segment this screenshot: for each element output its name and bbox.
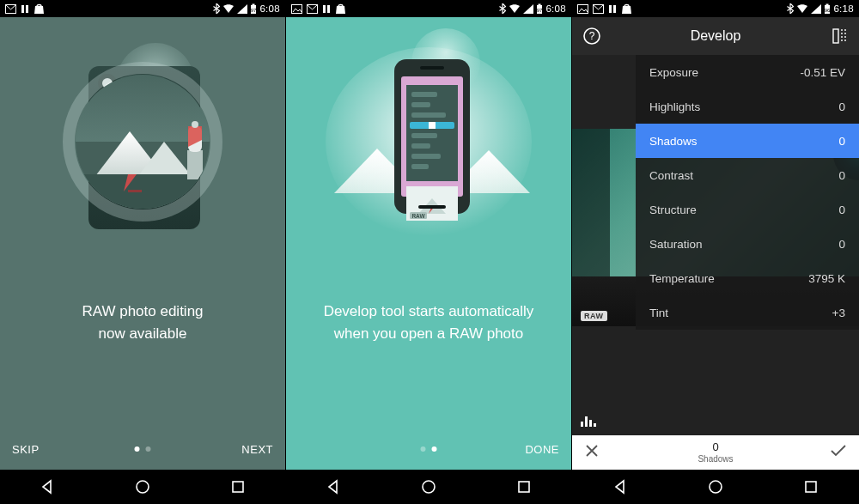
page-indicator: [421, 446, 437, 452]
param-shadows[interactable]: Shadows0: [636, 124, 859, 158]
param-tint[interactable]: Tint+3: [636, 295, 859, 330]
svg-text:96: 96: [825, 8, 831, 13]
svg-point-68: [710, 481, 722, 493]
android-navbar: [0, 470, 285, 504]
status-clock: 6:08: [259, 3, 280, 14]
apply-button[interactable]: [830, 444, 847, 461]
compare-icon[interactable]: [830, 27, 849, 46]
page-dot: [432, 446, 437, 452]
svg-text:RAW: RAW: [411, 213, 425, 219]
develop-panel: Exposure-0.51 EV Highlights0 Shadows0 Co…: [636, 55, 859, 330]
nav-home-button[interactable]: [694, 470, 737, 504]
mail-icon: [593, 4, 604, 14]
svg-rect-67: [594, 423, 596, 427]
onboarding-footer: DONE: [286, 428, 571, 470]
nav-recent-button[interactable]: [789, 470, 832, 504]
image-icon: [291, 4, 302, 14]
nav-recent-button[interactable]: [216, 470, 259, 504]
nav-back-button[interactable]: [312, 470, 355, 504]
store-icon: [34, 3, 45, 14]
caption-line: Develop tool starts automatically: [286, 301, 571, 323]
svg-rect-17: [128, 190, 142, 192]
bottom-bar: 0 Shadows: [572, 435, 859, 470]
svg-rect-41: [411, 164, 429, 169]
svg-rect-55: [613, 5, 616, 13]
bluetooth-icon: [499, 3, 506, 14]
android-navbar: [286, 470, 571, 504]
battery-icon: 96: [824, 3, 831, 14]
current-param: 0 Shadows: [698, 441, 733, 463]
next-button[interactable]: NEXT: [241, 443, 273, 456]
param-temperature[interactable]: Temperature3795 K: [636, 261, 859, 295]
svg-rect-37: [411, 112, 446, 118]
nav-home-button[interactable]: [121, 470, 164, 504]
help-icon[interactable]: ?: [582, 27, 601, 46]
svg-rect-65: [585, 416, 588, 427]
battery-icon: 97: [536, 3, 543, 14]
bluetooth-icon: [787, 3, 794, 14]
svg-point-20: [192, 121, 198, 128]
svg-rect-69: [806, 482, 816, 492]
svg-rect-26: [327, 5, 330, 13]
bluetooth-icon: [213, 3, 220, 14]
android-navbar: [572, 470, 859, 504]
svg-rect-40: [411, 154, 441, 159]
svg-rect-28: [539, 4, 541, 6]
done-button[interactable]: DONE: [525, 443, 559, 456]
signal-icon: [811, 4, 821, 14]
page-indicator: [135, 446, 151, 452]
nav-recent-button[interactable]: [503, 470, 545, 504]
current-label: Shadows: [698, 454, 733, 464]
wifi-icon: [796, 4, 808, 14]
nav-back-button[interactable]: [599, 470, 642, 504]
onboarding-screen-1: 97 6:08: [0, 0, 286, 504]
svg-rect-39: [411, 143, 430, 149]
param-exposure[interactable]: Exposure-0.51 EV: [636, 55, 859, 89]
pause-icon: [608, 4, 617, 14]
cancel-button[interactable]: [584, 443, 600, 462]
battery-icon: 97: [250, 3, 257, 14]
signal-icon: [237, 4, 247, 14]
param-saturation[interactable]: Saturation0: [636, 227, 859, 261]
status-clock: 6:08: [545, 3, 566, 14]
nav-back-button[interactable]: [26, 470, 69, 504]
svg-rect-66: [589, 420, 592, 427]
caption-line: when you open a RAW photo: [286, 323, 571, 345]
svg-text:?: ?: [589, 30, 595, 42]
histogram-icon[interactable]: [581, 415, 598, 430]
param-structure[interactable]: Structure0: [636, 192, 859, 227]
param-highlights[interactable]: Highlights0: [636, 89, 859, 124]
status-bar: 97 6:08: [0, 0, 285, 17]
svg-rect-25: [323, 5, 326, 13]
onboarding-screen-2: 97 6:08: [286, 0, 572, 504]
photo-canvas[interactable]: RAW Exposure-0.51 EV Highlights0 Shadows…: [572, 55, 859, 435]
image-icon: [577, 4, 588, 14]
hero-illustration: RAW: [0, 17, 285, 266]
svg-rect-61: [833, 29, 838, 43]
svg-rect-35: [411, 92, 437, 97]
svg-point-21: [137, 481, 149, 493]
param-contrast[interactable]: Contrast0: [636, 158, 859, 192]
pause-icon: [322, 4, 331, 14]
nav-home-button[interactable]: [407, 470, 450, 504]
svg-rect-22: [233, 482, 243, 492]
wifi-icon: [509, 4, 521, 14]
svg-rect-18: [187, 150, 203, 179]
mail-icon: [307, 4, 318, 14]
skip-button[interactable]: SKIP: [12, 443, 40, 456]
pause-icon: [21, 4, 29, 14]
svg-rect-38: [411, 133, 437, 138]
caption-line: now available: [0, 323, 285, 345]
appbar: ? Develop: [572, 17, 859, 55]
onboarding-footer: SKIP NEXT: [0, 428, 285, 470]
status-clock: 6:18: [833, 3, 854, 14]
raw-badge: RAW: [581, 311, 607, 321]
svg-rect-54: [609, 5, 612, 13]
page-dot: [421, 446, 426, 452]
svg-rect-2: [26, 5, 28, 13]
status-bar: 96 6:18: [572, 0, 859, 17]
svg-rect-1: [21, 5, 24, 13]
svg-text:97: 97: [537, 8, 543, 13]
onboarding-caption: RAW photo editing now available: [0, 301, 285, 344]
svg-rect-4: [253, 4, 255, 6]
